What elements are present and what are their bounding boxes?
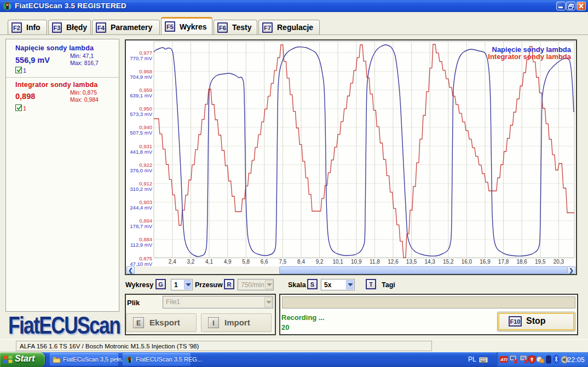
svg-text:17,8: 17,8 xyxy=(498,259,509,265)
svg-text:244,4 mV: 244,4 mV xyxy=(130,205,152,211)
svg-text:11,8: 11,8 xyxy=(370,259,380,265)
svg-text:20,3: 20,3 xyxy=(554,259,564,265)
svg-text:507,5 mV: 507,5 mV xyxy=(130,130,152,136)
svg-text:639,1 mV: 639,1 mV xyxy=(130,92,152,98)
svg-text:2,4: 2,4 xyxy=(169,259,176,265)
svg-text:5,8: 5,8 xyxy=(242,259,250,265)
svg-text:8,4: 8,4 xyxy=(297,259,305,265)
svg-text:18,6: 18,6 xyxy=(516,259,527,265)
svg-text:573,3 mV: 573,3 mV xyxy=(130,111,152,117)
svg-text:7,5: 7,5 xyxy=(279,259,286,265)
svg-text:Integrator sondy lambda: Integrator sondy lambda xyxy=(488,53,571,61)
svg-text:19,5: 19,5 xyxy=(535,259,546,265)
svg-text:4,9: 4,9 xyxy=(224,259,232,265)
svg-text:47,10 mV: 47,10 mV xyxy=(130,261,152,267)
svg-text:13,5: 13,5 xyxy=(406,259,417,265)
svg-text:376,0 mV: 376,0 mV xyxy=(130,167,152,173)
svg-text:112,9 mV: 112,9 mV xyxy=(130,242,153,248)
svg-text:4,1: 4,1 xyxy=(205,259,213,265)
svg-text:770,7 mV: 770,7 mV xyxy=(130,55,152,61)
svg-text:16,9: 16,9 xyxy=(480,259,491,265)
svg-text:178,7 mV: 178,7 mV xyxy=(130,223,152,229)
svg-text:704,9 mV: 704,9 mV xyxy=(130,74,152,80)
svg-text:12,6: 12,6 xyxy=(388,259,399,265)
svg-text:9,2: 9,2 xyxy=(316,259,324,265)
svg-text:ATI: ATI xyxy=(500,357,508,362)
svg-text:15,2: 15,2 xyxy=(443,259,454,265)
svg-text:14,3: 14,3 xyxy=(424,259,435,265)
svg-text:6,6: 6,6 xyxy=(261,259,268,265)
svg-text:10,1: 10,1 xyxy=(332,259,343,265)
svg-text:310,2 mV: 310,2 mV xyxy=(130,186,152,192)
svg-text:3,2: 3,2 xyxy=(187,259,194,265)
svg-text:16,0: 16,0 xyxy=(462,259,472,265)
svg-text:441,8 mV: 441,8 mV xyxy=(130,149,152,155)
svg-text:10,9: 10,9 xyxy=(351,259,362,265)
